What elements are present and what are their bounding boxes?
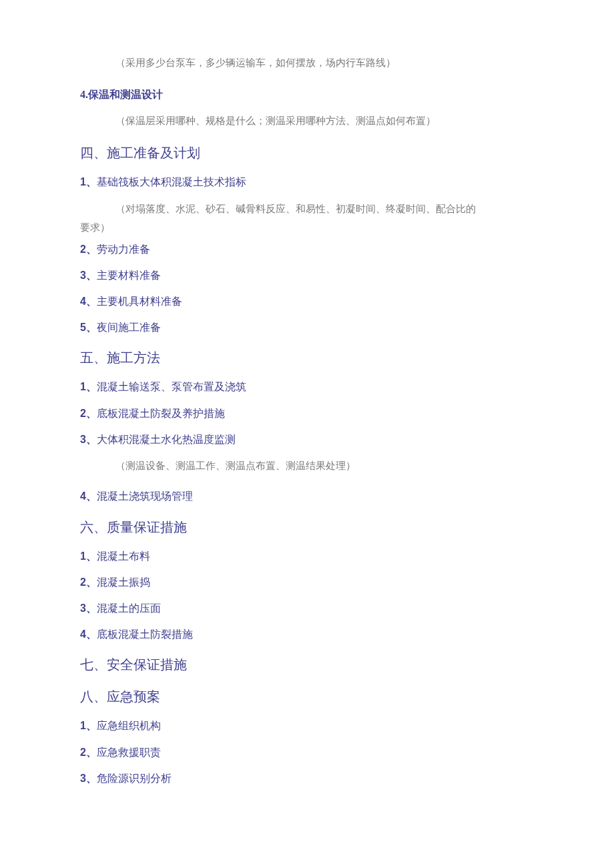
sec4-item-2-txt: 劳动力准备 — [97, 244, 150, 255]
sec8-item-3-txt: 危险源识别分析 — [97, 773, 172, 784]
sec4-item-1-num: 1、 — [80, 176, 97, 187]
sec6-item-2-txt: 混凝土振捣 — [97, 576, 150, 588]
section-8-title: 八、应急预案 — [80, 686, 534, 707]
sec5-item-4: 4、混凝土浇筑现场管理 — [80, 487, 534, 505]
sec8-item-1-txt: 应急组织机构 — [97, 720, 161, 731]
sec6-item-2-num: 2、 — [80, 576, 97, 588]
sub-heading-4: 4.保温和测温设计 — [80, 85, 534, 105]
sec4-item-3: 3、主要材料准备 — [80, 266, 534, 284]
sec4-item-5-num: 5、 — [80, 322, 97, 333]
sec6-item-1-txt: 混凝土布料 — [97, 550, 150, 562]
pump-trucks-note: （采用多少台泵车，多少辆运输车，如何摆放，场内行车路线） — [80, 53, 534, 73]
sec5-item-4-num: 4、 — [80, 490, 97, 502]
sec6-item-3-txt: 混凝土的压面 — [97, 602, 161, 614]
sec6-item-4: 4、底板混凝土防裂措施 — [80, 625, 534, 643]
sec4-item-1: 1、基础筏板大体积混凝土技术指标 — [80, 173, 534, 191]
sec6-item-2: 2、混凝土振捣 — [80, 573, 534, 591]
sec4-item-4-num: 4、 — [80, 296, 97, 307]
sec5-item-2-num: 2、 — [80, 408, 97, 419]
sec8-item-3: 3、危险源识别分析 — [80, 769, 534, 787]
sec5-item-3: 3、大体积混凝土水化热温度监测 — [80, 430, 534, 448]
sec4-item-5-txt: 夜间施工准备 — [97, 322, 161, 333]
document-page: （采用多少台泵车，多少辆运输车，如何摆放，场内行车路线） 4.保温和测温设计 （… — [0, 0, 614, 849]
sec4-item-2: 2、劳动力准备 — [80, 240, 534, 258]
sec8-item-3-num: 3、 — [80, 773, 97, 784]
sec6-item-4-num: 4、 — [80, 628, 97, 640]
sec5-item-3-txt: 大体积混凝土水化热温度监测 — [97, 434, 236, 445]
sec4-item-3-num: 3、 — [80, 270, 97, 281]
sec5-item-3-num: 3、 — [80, 434, 97, 445]
section-5-title: 五、施工方法 — [80, 347, 534, 368]
section-7-title: 七、安全保证措施 — [80, 654, 534, 675]
sec8-item-1-num: 1、 — [80, 720, 97, 731]
sec4-item-3-txt: 主要材料准备 — [97, 270, 161, 281]
sec4-item1-note-l2: 要求） — [80, 218, 534, 238]
sec4-item-2-num: 2、 — [80, 244, 97, 255]
sub-heading-4-title: 保温和测温设计 — [88, 89, 163, 100]
sec5-item-1-num: 1、 — [80, 381, 97, 392]
sec5-item-2-txt: 底板混凝土防裂及养护措施 — [97, 408, 225, 419]
sec5-item-2: 2、底板混凝土防裂及养护措施 — [80, 404, 534, 422]
sec4-item1-note-l1: （对塌落度、水泥、砂石、碱骨料反应、和易性、初凝时间、终凝时间、配合比的 — [80, 199, 534, 219]
sec4-item1-note: （对塌落度、水泥、砂石、碱骨料反应、和易性、初凝时间、终凝时间、配合比的 要求） — [80, 199, 534, 238]
sec5-item-1-txt: 混凝土输送泵、泵管布置及浇筑 — [97, 381, 246, 392]
sec8-item-1: 1、应急组织机构 — [80, 717, 534, 735]
sec5-item-1: 1、混凝土输送泵、泵管布置及浇筑 — [80, 378, 534, 396]
sec8-item-2-txt: 应急救援职责 — [97, 747, 161, 758]
sec6-item-4-txt: 底板混凝土防裂措施 — [97, 628, 193, 640]
sec8-item-2-num: 2、 — [80, 747, 97, 758]
sub-heading-4-num: 4. — [80, 89, 88, 100]
insulation-note: （保温层采用哪种、规格是什么；测温采用哪种方法、测温点如何布置） — [80, 111, 534, 131]
sec8-item-2: 2、应急救援职责 — [80, 743, 534, 761]
sec5-item3-note: （测温设备、测温工作、测温点布置、测温结果处理） — [80, 456, 534, 476]
sec4-item-1-txt: 基础筏板大体积混凝土技术指标 — [97, 176, 246, 187]
sec4-item-5: 5、夜间施工准备 — [80, 318, 534, 336]
sec6-item-1: 1、混凝土布料 — [80, 547, 534, 565]
sec4-item-4: 4、主要机具材料准备 — [80, 292, 534, 310]
sec6-item-3: 3、混凝土的压面 — [80, 599, 534, 617]
sec6-item-1-num: 1、 — [80, 550, 97, 562]
section-6-title: 六、质量保证措施 — [80, 516, 534, 538]
sec5-item-4-txt: 混凝土浇筑现场管理 — [97, 490, 193, 502]
sec6-item-3-num: 3、 — [80, 602, 97, 614]
section-4-title: 四、施工准备及计划 — [80, 142, 534, 163]
sec4-item-4-txt: 主要机具材料准备 — [97, 296, 182, 307]
